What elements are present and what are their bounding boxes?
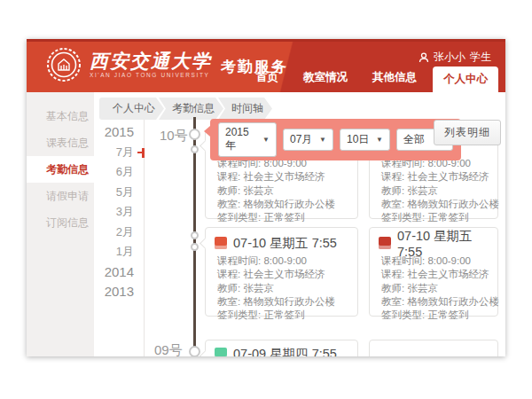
main-nav: 首页 教室情况 其他信息 个人中心 (244, 66, 498, 92)
chevron-down-icon: ▼ (262, 136, 270, 144)
attendance-status-icon (215, 348, 227, 356)
header: 西安交通大学 XI'AN JIAO TONG UNIVERSITY 考勤服务 张… (27, 39, 505, 92)
year-2015[interactable]: 2015 (94, 122, 134, 143)
month-jan[interactable]: 1月 (94, 242, 134, 262)
sidebar-item-attendance-info[interactable]: 考勤信息 (27, 156, 94, 183)
university-logo-icon (46, 47, 82, 82)
attendance-status-icon (215, 237, 227, 249)
day-select[interactable]: 10日▼ (340, 129, 390, 151)
sidebar-item-schedule-info[interactable]: 课表信息 (27, 129, 94, 156)
sidebar: 基本信息 课表信息 考勤信息 请假申请 订阅信息 (27, 92, 94, 356)
timeline-section: 2015 7月 6月 5月 3月 2月 1月 2014 2013 10号 09号 (94, 117, 505, 356)
attendance-card[interactable]: 07-10 星期五 7:55 课程时间: 8:00-9:00 课程: 社会主义市… (205, 227, 358, 317)
nav-classrooms[interactable]: 教室情况 (291, 70, 360, 92)
month-jun[interactable]: 6月 (94, 162, 134, 183)
year-select[interactable]: 2015年▼ (218, 122, 277, 157)
month-may[interactable]: 5月 (94, 183, 134, 203)
date-filter-bar: 2015年▼ 07月▼ 10日▼ 全部▼ (210, 119, 461, 160)
attendance-card-partial[interactable] (369, 340, 498, 356)
list-detail-button[interactable]: 列表明细 (434, 120, 501, 145)
nav-personal-center-active[interactable]: 个人中心 (433, 66, 498, 92)
year-2014[interactable]: 2014 (94, 262, 134, 283)
sidebar-item-leave-request[interactable]: 请假申请 (27, 183, 94, 209)
university-name-en: XI'AN JIAO TONG UNIVERSITY (90, 72, 212, 78)
chevron-down-icon: ▼ (319, 136, 326, 144)
nav-other-info[interactable]: 其他信息 (360, 70, 429, 92)
timeline-node (191, 231, 199, 239)
year-nav: 2015 7月 6月 5月 3月 2月 1月 2014 2013 (94, 117, 145, 356)
nav-home[interactable]: 首页 (244, 70, 291, 92)
user-name: 张小小 (434, 50, 466, 65)
timeline-node (191, 243, 199, 251)
month-jul[interactable]: 7月 (94, 143, 134, 163)
user-icon (419, 52, 429, 63)
chevron-down-icon: ▼ (376, 136, 383, 144)
app-window: 西安交通大学 XI'AN JIAO TONG UNIVERSITY 考勤服务 张… (27, 39, 505, 356)
timeline-node (189, 129, 200, 140)
content: 基本信息 课表信息 考勤信息 请假申请 订阅信息 个人中心考勤信息时间轴 201… (27, 92, 505, 356)
user-role: 学生 (470, 50, 491, 65)
card-date: 07-09 星期四 7:55 (233, 346, 337, 357)
day-label-10: 10号 (160, 128, 188, 145)
timeline-node (189, 346, 200, 356)
breadcrumb: 个人中心考勤信息时间轴 (94, 92, 505, 117)
main-region: 个人中心考勤信息时间轴 2015 7月 6月 5月 3月 2月 1月 2014 … (94, 92, 505, 356)
attendance-card[interactable]: 07-09 星期四 7:55 (205, 340, 358, 356)
month-mar[interactable]: 3月 (94, 202, 134, 223)
timeline-node (191, 145, 199, 153)
university-name-cn: 西安交通大学 (90, 51, 212, 71)
attendance-card[interactable]: 07-10 星期五 7:55 课程时间: 8:00-9:00 课程: 社会主义市… (369, 227, 498, 317)
sidebar-item-subscription-info[interactable]: 订阅信息 (27, 209, 94, 236)
day-label-09: 09号 (154, 342, 183, 356)
user-info[interactable]: 张小小 学生 (419, 50, 491, 65)
month-select[interactable]: 07月▼ (283, 129, 333, 151)
attendance-status-icon (379, 237, 391, 249)
sidebar-item-basic-info[interactable]: 基本信息 (27, 103, 94, 129)
month-feb[interactable]: 2月 (94, 223, 134, 243)
year-2013[interactable]: 2013 (94, 282, 134, 302)
timeline-canvas: 10号 09号 2015年▼ 07月▼ 10日▼ 全部▼ 列表明细 (145, 117, 505, 356)
card-date: 07-10 星期五 7:55 (233, 235, 337, 252)
